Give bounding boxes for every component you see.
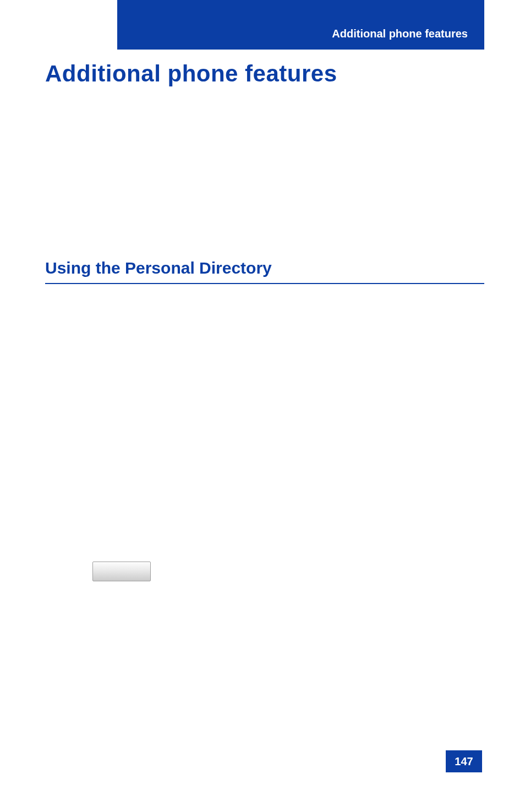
header-band: Additional phone features: [117, 0, 484, 50]
page-title: Additional phone features: [45, 61, 337, 87]
page-number: 147: [455, 755, 473, 768]
running-title: Additional phone features: [332, 28, 468, 40]
soft-key-button[interactable]: [92, 562, 151, 581]
page-number-box: 147: [446, 750, 482, 772]
section-heading: Using the Personal Directory: [45, 259, 484, 284]
